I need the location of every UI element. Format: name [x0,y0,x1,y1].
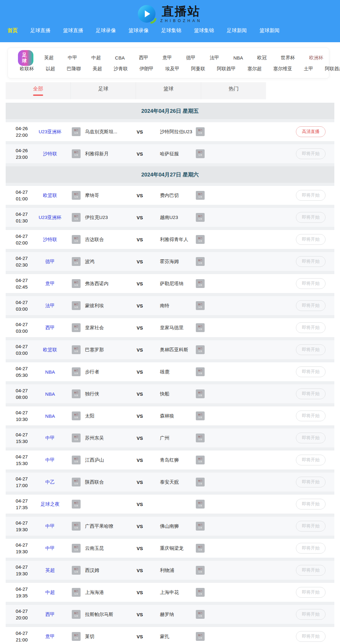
filter-league[interactable]: 埃及甲 [165,66,179,72]
upcoming-button[interactable]: 即将开始 [296,256,326,267]
filter-league[interactable]: 英超 [44,55,54,61]
upcoming-button[interactable]: 即将开始 [296,455,326,465]
filter-league[interactable]: 塞尔维亚 [273,66,292,72]
league-link[interactable]: NBA [33,391,67,397]
filter-league[interactable]: 法甲 [210,55,219,61]
filter-league[interactable]: 中甲 [68,55,77,61]
filter-league[interactable]: 西甲 [139,55,148,61]
upcoming-button[interactable]: 即将开始 [296,433,326,443]
league-link[interactable]: 德甲 [33,259,67,265]
filter-league[interactable]: 以超 [46,66,55,72]
match-status: 即将开始 [296,433,326,443]
league-link[interactable]: 西甲 [33,325,67,331]
league-link[interactable]: 欧篮联 [33,193,67,198]
filter-league[interactable]: 欧联杯 [20,66,34,72]
league-link[interactable]: 西甲 [33,612,67,618]
match-type-tabs: 全部足球篮球热门 [6,82,266,99]
filter-league[interactable]: 意甲 [162,55,172,61]
nav-item-4[interactable]: 篮球录像 [128,27,149,34]
league-link[interactable]: 中甲 [33,457,67,463]
upcoming-button[interactable]: 即将开始 [296,477,326,487]
filter-league[interactable]: NBA [233,55,243,60]
upcoming-button[interactable]: 即将开始 [296,388,326,399]
upcoming-button[interactable]: 即将开始 [296,631,326,642]
league-link[interactable]: 中超 [33,589,67,595]
filter-league[interactable]: 德甲 [186,55,196,61]
upcoming-button[interactable]: 即将开始 [296,499,326,509]
nav-item-5[interactable]: 足球集锦 [161,27,181,34]
vs-label: VS [133,325,146,331]
away-team-name: 霍芬海姆 [160,259,193,265]
filter-league[interactable]: 伊朗甲 [139,66,154,72]
league-link[interactable]: U23亚洲杯 [33,129,67,135]
logo-placeholder-text: 头像 [198,218,202,220]
nav-item-1[interactable]: 足球直播 [30,27,50,34]
upcoming-button[interactable]: 即将开始 [296,344,326,355]
league-link[interactable]: NBA [33,413,67,419]
league-link[interactable]: 意甲 [33,281,67,287]
league-link[interactable]: 足球之夜 [33,501,67,507]
filter-league[interactable]: 中超 [91,55,101,61]
filter-league[interactable]: 阿联酋甲 [217,66,236,72]
match-date: 04-27 [11,475,33,482]
filter-league[interactable]: CBA [115,55,125,60]
football-category-badge[interactable]: 足球 [18,50,33,66]
upcoming-button[interactable]: 即将开始 [296,148,326,159]
league-link[interactable]: 法甲 [33,303,67,309]
nav-item-6[interactable]: 篮球集锦 [194,27,214,34]
home-team-name: 蒙彼利埃 [85,303,132,309]
upcoming-button[interactable]: 即将开始 [296,411,326,421]
tab-3[interactable]: 热门 [201,82,266,99]
upcoming-button[interactable]: 即将开始 [296,587,326,598]
tab-2[interactable]: 篮球 [136,82,201,99]
upcoming-button[interactable]: 即将开始 [296,322,326,333]
league-link[interactable]: 中甲 [33,545,67,551]
filter-league[interactable]: 阿联酋超 [325,66,340,72]
filter-league[interactable]: 沙青联 [114,66,128,72]
filter-league[interactable]: 世界杯 [281,55,295,61]
filter-league[interactable]: 塞尔超 [247,66,262,72]
upcoming-button[interactable]: 即将开始 [296,521,326,532]
upcoming-button[interactable]: 即将开始 [296,278,326,289]
team-logo-placeholder-icon: 热门头像 [196,301,205,310]
filter-league[interactable]: 欧冠 [257,55,267,61]
match-date: 04-27 [11,630,33,636]
filter-league[interactable]: 美超 [93,66,102,72]
league-link[interactable]: 英超 [33,567,67,573]
filter-league[interactable]: 巴隆聯 [67,66,81,72]
tab-0[interactable]: 全部 [6,82,71,99]
filter-league[interactable]: 欧洲杯 [309,55,323,61]
upcoming-button[interactable]: 即将开始 [296,543,326,554]
league-link[interactable]: 沙特联 [33,237,67,243]
upcoming-button[interactable]: 即将开始 [296,234,326,245]
league-link[interactable]: 中甲 [33,435,67,441]
hd-live-button[interactable]: 高清直播 [296,126,326,137]
league-link[interactable]: 沙特联 [33,151,67,157]
upcoming-button[interactable]: 即将开始 [296,300,326,311]
nav-item-2[interactable]: 篮球直播 [63,27,83,34]
nav-item-3[interactable]: 足球录像 [96,27,116,34]
upcoming-button[interactable]: 即将开始 [296,565,326,576]
league-link[interactable]: 欧篮联 [33,347,67,353]
filter-league[interactable]: 土甲 [304,66,313,72]
upcoming-button[interactable]: 即将开始 [296,190,326,201]
league-link[interactable]: 中甲 [33,523,67,529]
upcoming-button[interactable]: 即将开始 [296,366,326,377]
upcoming-button[interactable]: 即将开始 [296,212,326,223]
league-link[interactable]: 中乙 [33,479,67,485]
logo-placeholder-text: 头像 [74,438,78,440]
tab-1[interactable]: 足球 [71,82,136,99]
filter-league[interactable]: 阿曼联 [191,66,205,72]
match-status: 即将开始 [296,234,326,245]
league-link[interactable]: 意甲 [33,634,67,640]
league-link[interactable]: U23亚洲杯 [33,215,67,221]
nav-item-0[interactable]: 首页 [8,27,18,34]
nav-item-7[interactable]: 足球新闻 [227,27,247,34]
team-logo-placeholder-icon: 热门头像 [72,213,81,222]
upcoming-button[interactable]: 即将开始 [296,609,326,620]
logo-placeholder-text: 热门 [74,259,78,261]
league-link[interactable]: NBA [33,369,67,375]
away-team-name: 利雅得青年人 [160,237,193,243]
match-row: 04-2715:30中甲热门头像苏州东吴VS广州热门头像即将开始 [6,428,334,447]
nav-item-8[interactable]: 篮球新闻 [259,27,280,34]
